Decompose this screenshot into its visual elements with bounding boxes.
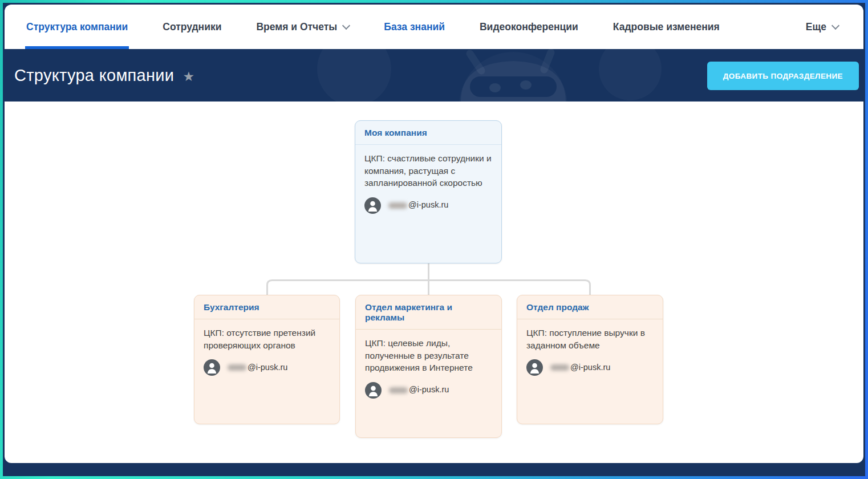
avatar-icon [526, 359, 543, 376]
blurred-name [228, 364, 246, 371]
blurred-name [550, 364, 569, 371]
org-card-description: ЦКП: целевые лиды, полученные в результа… [365, 337, 492, 374]
tab-label: База знаний [384, 21, 445, 33]
tab-label: Кадровые изменения [613, 21, 720, 33]
org-card-sales[interactable]: Отдел продаж ЦКП: поступление выручки в … [517, 295, 663, 424]
org-card-description: ЦКП: поступление выручки в заданном объе… [526, 327, 654, 351]
tab-knowledge-base[interactable]: База знаний [384, 5, 445, 49]
blurred-name [389, 387, 408, 393]
tab-more[interactable]: Еще [806, 5, 838, 49]
email-text: @i-pusk.ru [248, 362, 287, 374]
tab-label: Видеоконференции [480, 21, 578, 33]
org-card-description: ЦКП: отсутствие претензий проверяющих ор… [204, 327, 330, 351]
avatar-icon [365, 382, 382, 399]
org-card-description: ЦКП: счастливые сотрудники и компания, р… [364, 152, 492, 189]
content-panel: Моя компания ЦКП: счастливые сотрудники … [5, 102, 863, 463]
org-card-person: @i-pusk.ru [365, 382, 492, 399]
tab-company-structure[interactable]: Структура компании [26, 5, 128, 49]
tab-label: Время и Отчеты [256, 21, 337, 33]
chevron-down-icon [832, 21, 839, 29]
add-department-button[interactable]: ДОБАВИТЬ ПОДРАЗДЕЛЕНИЕ [707, 62, 859, 90]
tab-video-conferences[interactable]: Видеоконференции [480, 5, 578, 49]
tab-hr-changes[interactable]: Кадровые изменения [613, 5, 720, 49]
email-text: @i-pusk.ru [408, 199, 448, 212]
app-background: Структура компании Сотрудники Время и От… [3, 3, 865, 476]
tab-label: Еще [806, 21, 826, 33]
org-card-marketing[interactable]: Отдел маркетинга и рекламы ЦКП: целевые … [355, 295, 502, 438]
email-text: @i-pusk.ru [409, 384, 449, 396]
avatar-icon [364, 197, 381, 214]
chevron-down-icon [342, 21, 350, 29]
org-card-person: @i-pusk.ru [364, 197, 492, 214]
org-card-accounting[interactable]: Бухгалтерия ЦКП: отсутствие претензий пр… [194, 295, 340, 424]
org-card-title: Отдел продаж [517, 295, 663, 319]
tab-label: Сотрудники [163, 21, 221, 33]
favorite-star-icon[interactable]: ★ [182, 69, 194, 84]
page-header: Структура компании ★ ДОБАВИТЬ ПОДРАЗДЕЛЕ… [5, 49, 863, 102]
top-navigation: Структура компании Сотрудники Время и От… [5, 5, 863, 49]
tab-label: Структура компании [26, 21, 128, 33]
org-card-title: Бухгалтерия [194, 295, 339, 319]
avatar-icon [204, 359, 220, 376]
email-text: @i-pusk.ru [570, 362, 610, 374]
window-frame: Структура компании Сотрудники Время и От… [0, 0, 868, 479]
tab-employees[interactable]: Сотрудники [163, 5, 221, 49]
org-card-root[interactable]: Моя компания ЦКП: счастливые сотрудники … [355, 120, 502, 263]
org-card-title: Отдел маркетинга и рекламы [356, 295, 501, 330]
blurred-name [388, 202, 407, 209]
tab-time-reports[interactable]: Время и Отчеты [256, 5, 349, 49]
org-card-person: @i-pusk.ru [204, 359, 330, 376]
robot-mascot-illustration [422, 49, 605, 102]
org-card-person: @i-pusk.ru [526, 359, 654, 376]
header-decor-circle [317, 49, 391, 102]
org-card-title: Моя компания [355, 121, 501, 145]
page-title: Структура компании [14, 66, 174, 85]
header-decor-circle [599, 49, 662, 100]
